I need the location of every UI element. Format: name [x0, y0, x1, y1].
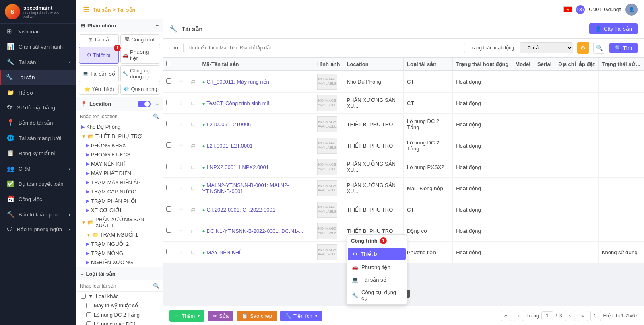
cell-tag[interactable]: 🏷 — [187, 220, 199, 242]
cell-star[interactable]: ☆ — [175, 114, 187, 135]
cell-tag[interactable]: 🏷 — [187, 93, 199, 114]
asset-code-link[interactable]: MAI.N2-YT.NSNN-B-0001: MAI.N2-YT.NSNN-B-… — [202, 182, 289, 194]
asset-code-link[interactable]: CT_000011: Máy rung nền — [206, 79, 269, 85]
cell-tag[interactable]: 🏷 — [187, 242, 199, 263]
sua-button[interactable]: ✏ Sửa — [208, 311, 233, 321]
sidebar-item-du-toan[interactable]: ✅ Dự toán quyết toán — [0, 176, 76, 191]
tag-icon[interactable]: 🏷 — [190, 121, 196, 128]
cell-tag[interactable]: 🏷 — [187, 135, 199, 156]
tree-tram-nguoi-1[interactable]: ▼ 📁 TRẠM NGUỒI 1 — [76, 230, 163, 239]
loai-checkbox-lo-nung[interactable] — [86, 312, 91, 317]
sidebar-item-tai-san-menu[interactable]: 🔧 Tài sản ▾ — [0, 54, 76, 70]
tree-may-phat-dien[interactable]: ▶ MÁY PHÁT ĐIỆN — [76, 169, 163, 178]
tree-tram-nong[interactable]: ▶ TRẠM NÓNG — [76, 249, 163, 258]
sidebar-item-bao-tri-khac-phuc[interactable]: 🔨 Bảo trì khắc phục ▸ — [0, 207, 76, 222]
location-minus[interactable]: − — [155, 101, 159, 107]
cay-tai-san-button[interactable]: 👤 Cây Tài sản — [589, 23, 638, 34]
star-icon[interactable]: ☆ — [179, 79, 184, 85]
tag-icon[interactable]: 🏷 — [190, 164, 196, 170]
tree-nghien-xuong[interactable]: ▶ NGHIỀN XƯƠNG — [76, 258, 163, 267]
tag-icon[interactable]: 🏷 — [190, 79, 196, 85]
cell-checkbox[interactable] — [163, 71, 175, 93]
sao-chep-button[interactable]: 📋 Sao chép — [237, 311, 277, 321]
asset-code-link[interactable]: TestCT: Công trình sinh mã — [206, 100, 270, 106]
last-page-button[interactable]: » — [578, 311, 588, 321]
filter-cong-trinh[interactable]: 🏗 Công trình — [120, 34, 160, 45]
star-icon[interactable]: ☆ — [179, 185, 184, 191]
next-page-button[interactable]: › — [565, 311, 575, 321]
star-icon[interactable]: ☆ — [179, 164, 184, 170]
dropdown-thiet-bi[interactable]: ⚙ Thiết bị — [348, 248, 406, 260]
loai-item-lo-nung-men[interactable]: Lò nung men DC1 — [76, 319, 163, 325]
cell-tag[interactable]: 🏷 — [187, 114, 199, 135]
sidebar-item-dang-ky[interactable]: 📋 Đăng ký thiết bị — [0, 146, 76, 161]
cell-star[interactable]: ☆ — [175, 135, 187, 156]
tree-tram-may-bien-ap[interactable]: ▶ TRẠM MÁY BIẾN ÁP — [76, 178, 163, 187]
tree-tram-nguoi-2[interactable]: ▶ TRẠM NGUỒI 2 — [76, 239, 163, 249]
star-icon[interactable]: ☆ — [179, 100, 184, 106]
star-icon[interactable]: ☆ — [179, 207, 184, 213]
cell-tag[interactable]: 🏷 — [187, 156, 199, 178]
loai-checkbox-khac[interactable] — [80, 294, 86, 299]
col-dia-chi[interactable]: Địa chỉ lắp đặt — [555, 58, 598, 71]
star-icon[interactable]: ☆ — [179, 121, 184, 128]
tree-thiet-bi-phu-tro[interactable]: ▼ 📂 THIẾT BỊ PHỤ TRỢ — [76, 132, 163, 141]
tree-may-nen-khi[interactable]: ▶ MÁY NÉN KHÍ — [76, 159, 163, 169]
tag-icon[interactable]: 🏷 — [190, 143, 196, 149]
sidebar-item-cong-viec[interactable]: 📅 Công việc — [0, 191, 76, 207]
page-input[interactable] — [541, 311, 553, 320]
select-all-checkbox[interactable] — [166, 61, 171, 66]
sidebar-item-dashboard[interactable]: ⊞ Dashboard — [0, 24, 76, 39]
asset-code-link[interactable]: CT.2022-0001: CT.2022-0001 — [206, 207, 275, 213]
col-trang-thai[interactable]: Trạng thái hoạt động — [453, 58, 512, 71]
notification-badge[interactable]: 137 — [576, 5, 585, 14]
col-trang-thai-su[interactable]: Trạng thái sử ... — [598, 58, 644, 71]
filter-cong-cu[interactable]: 🔧 Công cụ, dụng cụ — [120, 65, 160, 82]
status-select[interactable]: Tất cả Hoạt động Không sử dụng Ngừng hoạ… — [520, 42, 573, 53]
cell-tag[interactable]: 🏷 — [187, 199, 199, 220]
asset-code-link[interactable]: MÁY NÉN KHÍ — [206, 249, 240, 255]
cell-star[interactable]: ☆ — [175, 178, 187, 199]
filter-icon-btn[interactable]: 🔍 — [593, 42, 605, 54]
user-avatar[interactable]: 👤 — [625, 4, 638, 16]
cell-checkbox[interactable] — [163, 199, 175, 220]
sidebar-item-tai-san[interactable]: 🔧 Tài sản — [0, 70, 76, 85]
loai-checkbox-may-in[interactable] — [86, 303, 91, 308]
tag-icon[interactable]: 🏷 — [190, 100, 196, 106]
col-location[interactable]: Location — [343, 58, 404, 71]
settings-icon-btn[interactable]: ⚙ — [577, 42, 589, 54]
filter-tat-ca[interactable]: ⊞ Tất cả — [79, 34, 119, 45]
cell-tag[interactable]: 🏷 — [187, 71, 199, 93]
sidebar-item-bao-tri-phong-ngua[interactable]: 🛡 Bảo trì phòng ngừa ▸ — [0, 222, 76, 237]
location-toggle[interactable] — [138, 101, 151, 107]
tree-tram-phan-phoi[interactable]: ▶ TRẠM PHÂN PHỐI — [76, 196, 163, 206]
asset-code-link[interactable]: DC.N1-YT.NSNN-B-2022-0001: DC.N1-... — [206, 228, 303, 234]
filter-phuong-tien[interactable]: 🚗 Phương tiện — [120, 47, 160, 64]
sidebar-item-giam-sat[interactable]: 📊 Giám sát vận hành — [0, 39, 76, 54]
tree-tram-cap-nuoc[interactable]: ▶ TRẠM CẤP NƯỚC — [76, 187, 163, 196]
loai-ts-search-input[interactable] — [80, 283, 151, 289]
tree-phan-xuong-sx1[interactable]: ▼ 📂 PHÂN XƯỞNG SẢN XUẤT 1 — [76, 215, 163, 230]
star-icon[interactable]: ☆ — [179, 228, 184, 234]
cell-checkbox[interactable] — [163, 114, 175, 135]
refresh-button[interactable]: ↻ — [590, 311, 601, 321]
search-button[interactable]: 🔍 Tìm — [609, 43, 638, 53]
tree-phong-khsx[interactable]: ▶ PHÒNG KHSX — [76, 141, 163, 150]
col-serial[interactable]: Serial — [534, 58, 555, 71]
cell-checkbox[interactable] — [163, 242, 175, 263]
cell-checkbox[interactable] — [163, 178, 175, 199]
cell-checkbox[interactable] — [163, 220, 175, 242]
sidebar-item-mang-luoi[interactable]: 🌐 Tài sản mạng lưới — [0, 130, 76, 146]
loai-item-lo-nung[interactable]: Lò nung DC 2 Tầng — [76, 310, 163, 319]
prev-page-button[interactable]: ‹ — [514, 311, 524, 321]
star-icon[interactable]: ☆ — [179, 143, 184, 149]
cell-star[interactable]: ☆ — [175, 156, 187, 178]
dropdown-phuong-tien[interactable]: 🚗 Phương tiện — [347, 261, 407, 274]
tag-icon[interactable]: 🏷 — [190, 228, 196, 234]
search-input[interactable] — [183, 43, 465, 53]
tree-xe-co-gioi[interactable]: ▶ XE CƠ GIỚI — [76, 206, 163, 215]
tree-kho-du-phong[interactable]: ▶ Kho Dự Phòng — [76, 122, 163, 132]
asset-code-link[interactable]: L2T.0001: L2T.0001 — [206, 143, 252, 149]
dropdown-cong-cu[interactable]: 🔧 Công cụ, dụng cụ — [347, 286, 407, 304]
cell-checkbox[interactable] — [163, 156, 175, 178]
